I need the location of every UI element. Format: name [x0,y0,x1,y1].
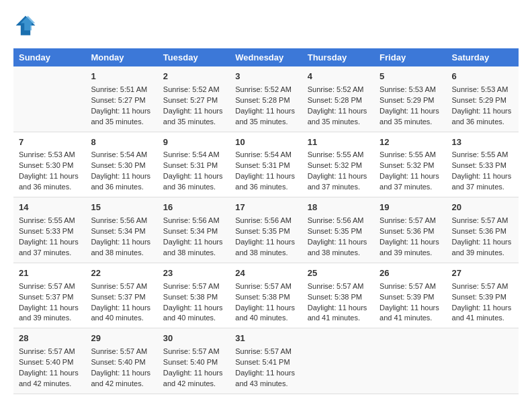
day-info: Sunrise: 5:54 AM Sunset: 5:30 PM Dayligh… [91,150,150,191]
day-info: Sunrise: 5:56 AM Sunset: 5:34 PM Dayligh… [91,216,150,257]
col-header-thursday: Thursday [302,48,374,66]
calendar-cell: 23Sunrise: 5:57 AM Sunset: 5:38 PM Dayli… [158,263,230,328]
day-info: Sunrise: 5:55 AM Sunset: 5:33 PM Dayligh… [19,216,79,257]
day-info: Sunrise: 5:53 AM Sunset: 5:30 PM Dayligh… [19,150,79,191]
calendar-cell: 21Sunrise: 5:57 AM Sunset: 5:37 PM Dayli… [13,263,85,328]
col-header-friday: Friday [374,48,446,66]
day-info: Sunrise: 5:57 AM Sunset: 5:40 PM Dayligh… [91,347,150,387]
day-number: 31 [235,332,296,345]
day-info: Sunrise: 5:57 AM Sunset: 5:36 PM Dayligh… [380,216,439,257]
day-number: 22 [91,267,152,280]
day-info: Sunrise: 5:57 AM Sunset: 5:40 PM Dayligh… [163,347,223,387]
calendar-cell: 24Sunrise: 5:57 AM Sunset: 5:38 PM Dayli… [230,263,302,328]
calendar-cell: 3Sunrise: 5:52 AM Sunset: 5:28 PM Daylig… [230,66,302,132]
calendar-cell [302,328,374,394]
calendar-cell: 1Sunrise: 5:51 AM Sunset: 5:27 PM Daylig… [85,66,157,132]
day-number: 20 [452,201,513,214]
calendar-cell: 9Sunrise: 5:54 AM Sunset: 5:31 PM Daylig… [158,132,230,197]
day-info: Sunrise: 5:57 AM Sunset: 5:41 PM Dayligh… [235,347,295,387]
day-number: 14 [19,201,80,214]
calendar-cell: 12Sunrise: 5:55 AM Sunset: 5:32 PM Dayli… [374,132,446,197]
calendar-cell: 20Sunrise: 5:57 AM Sunset: 5:36 PM Dayli… [447,197,519,263]
calendar-week-row: 7Sunrise: 5:53 AM Sunset: 5:30 PM Daylig… [13,132,519,197]
calendar-header-row: SundayMondayTuesdayWednesdayThursdayFrid… [13,48,519,66]
col-header-wednesday: Wednesday [230,48,302,66]
day-info: Sunrise: 5:57 AM Sunset: 5:36 PM Dayligh… [452,216,512,257]
day-info: Sunrise: 5:57 AM Sunset: 5:37 PM Dayligh… [91,282,150,322]
day-info: Sunrise: 5:55 AM Sunset: 5:32 PM Dayligh… [308,150,367,191]
day-info: Sunrise: 5:57 AM Sunset: 5:39 PM Dayligh… [380,282,439,322]
day-info: Sunrise: 5:56 AM Sunset: 5:34 PM Dayligh… [163,216,223,257]
page-header [13,13,519,38]
day-info: Sunrise: 5:55 AM Sunset: 5:33 PM Dayligh… [452,150,512,191]
calendar-cell: 5Sunrise: 5:53 AM Sunset: 5:29 PM Daylig… [374,66,446,132]
day-info: Sunrise: 5:57 AM Sunset: 5:38 PM Dayligh… [235,282,295,322]
calendar-week-row: 14Sunrise: 5:55 AM Sunset: 5:33 PM Dayli… [13,197,519,263]
col-header-saturday: Saturday [447,48,519,66]
day-info: Sunrise: 5:54 AM Sunset: 5:31 PM Dayligh… [235,150,295,191]
day-number: 9 [163,136,224,149]
calendar-cell: 8Sunrise: 5:54 AM Sunset: 5:30 PM Daylig… [85,132,157,197]
calendar-cell: 15Sunrise: 5:56 AM Sunset: 5:34 PM Dayli… [85,197,157,263]
day-info: Sunrise: 5:56 AM Sunset: 5:35 PM Dayligh… [308,216,367,257]
calendar-cell: 18Sunrise: 5:56 AM Sunset: 5:35 PM Dayli… [302,197,374,263]
day-number: 4 [308,71,369,83]
calendar-cell: 16Sunrise: 5:56 AM Sunset: 5:34 PM Dayli… [158,197,230,263]
calendar-cell: 14Sunrise: 5:55 AM Sunset: 5:33 PM Dayli… [13,197,85,263]
day-number: 13 [452,136,513,149]
calendar-cell: 13Sunrise: 5:55 AM Sunset: 5:33 PM Dayli… [447,132,519,197]
calendar-cell: 31Sunrise: 5:57 AM Sunset: 5:41 PM Dayli… [230,328,302,394]
day-info: Sunrise: 5:57 AM Sunset: 5:38 PM Dayligh… [163,282,223,322]
col-header-monday: Monday [85,48,157,66]
day-info: Sunrise: 5:53 AM Sunset: 5:29 PM Dayligh… [380,85,439,126]
day-number: 7 [19,136,80,149]
day-number: 16 [163,201,224,214]
calendar-cell: 7Sunrise: 5:53 AM Sunset: 5:30 PM Daylig… [13,132,85,197]
day-info: Sunrise: 5:57 AM Sunset: 5:40 PM Dayligh… [19,347,79,387]
day-number: 15 [91,201,152,214]
calendar-cell: 27Sunrise: 5:57 AM Sunset: 5:39 PM Dayli… [447,263,519,328]
calendar-cell: 4Sunrise: 5:52 AM Sunset: 5:28 PM Daylig… [302,66,374,132]
day-number: 17 [235,201,296,214]
calendar-cell [13,66,85,132]
calendar-week-row: 28Sunrise: 5:57 AM Sunset: 5:40 PM Dayli… [13,328,519,394]
day-info: Sunrise: 5:53 AM Sunset: 5:29 PM Dayligh… [452,85,512,126]
calendar-week-row: 1Sunrise: 5:51 AM Sunset: 5:27 PM Daylig… [13,66,519,132]
day-number: 26 [380,267,441,280]
day-number: 28 [19,332,80,345]
calendar-cell: 2Sunrise: 5:52 AM Sunset: 5:27 PM Daylig… [158,66,230,132]
calendar-cell [374,328,446,394]
calendar-cell: 28Sunrise: 5:57 AM Sunset: 5:40 PM Dayli… [13,328,85,394]
day-number: 29 [91,332,152,345]
day-number: 6 [452,71,513,83]
day-info: Sunrise: 5:51 AM Sunset: 5:27 PM Dayligh… [91,85,150,126]
calendar-cell: 6Sunrise: 5:53 AM Sunset: 5:29 PM Daylig… [447,66,519,132]
day-info: Sunrise: 5:52 AM Sunset: 5:28 PM Dayligh… [235,85,295,126]
day-info: Sunrise: 5:52 AM Sunset: 5:27 PM Dayligh… [163,85,223,126]
calendar-cell: 11Sunrise: 5:55 AM Sunset: 5:32 PM Dayli… [302,132,374,197]
day-number: 11 [308,136,369,149]
day-info: Sunrise: 5:55 AM Sunset: 5:32 PM Dayligh… [380,150,439,191]
day-number: 5 [380,71,441,83]
calendar-cell: 19Sunrise: 5:57 AM Sunset: 5:36 PM Dayli… [374,197,446,263]
calendar-cell [447,328,519,394]
logo [13,13,42,38]
calendar-cell: 22Sunrise: 5:57 AM Sunset: 5:37 PM Dayli… [85,263,157,328]
day-number: 30 [163,332,224,345]
calendar-table: SundayMondayTuesdayWednesdayThursdayFrid… [13,48,519,394]
calendar-cell: 10Sunrise: 5:54 AM Sunset: 5:31 PM Dayli… [230,132,302,197]
calendar-cell: 26Sunrise: 5:57 AM Sunset: 5:39 PM Dayli… [374,263,446,328]
day-number: 19 [380,201,441,214]
day-number: 21 [19,267,80,280]
day-info: Sunrise: 5:52 AM Sunset: 5:28 PM Dayligh… [308,85,367,126]
day-number: 24 [235,267,296,280]
day-number: 2 [163,71,224,83]
day-info: Sunrise: 5:57 AM Sunset: 5:38 PM Dayligh… [308,282,367,322]
day-number: 12 [380,136,441,149]
col-header-tuesday: Tuesday [158,48,230,66]
day-info: Sunrise: 5:54 AM Sunset: 5:31 PM Dayligh… [163,150,223,191]
logo-icon [13,13,38,38]
calendar-cell: 25Sunrise: 5:57 AM Sunset: 5:38 PM Dayli… [302,263,374,328]
day-info: Sunrise: 5:57 AM Sunset: 5:39 PM Dayligh… [452,282,512,322]
day-info: Sunrise: 5:57 AM Sunset: 5:37 PM Dayligh… [19,282,79,322]
